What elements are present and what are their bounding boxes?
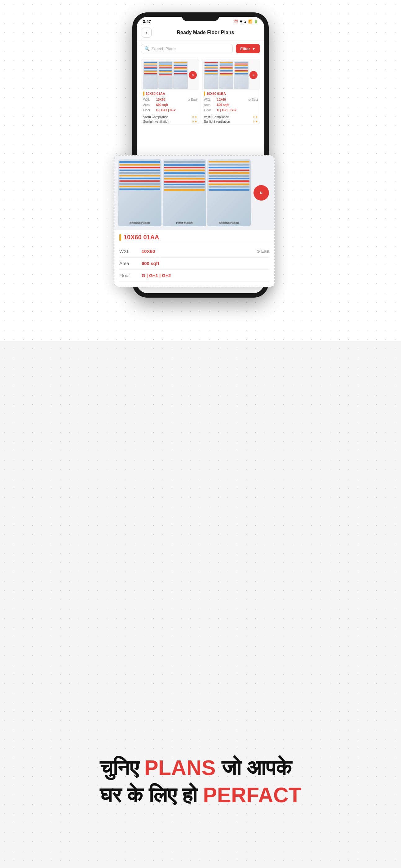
plan-name-2: 10X60 01BA [206,92,226,95]
plan-label-row-2: 10X60 01BA [202,90,260,96]
plan-card-2[interactable]: N 10X60 01BA WXL 10X60 ⊙ East [202,59,260,124]
phone-wrapper: 3:47 ⏰ ✱ ▲ 📶 🔋 ‹ Ready Made Floor Plans … [132,12,269,298]
plan-images-2: N [202,59,260,90]
sunlight-row-1: Sunlight ventilation 0 ★ [141,119,199,124]
plan-label-row-1: 10X60 01AA [141,90,199,96]
plans-highlight: PLANS [144,756,215,779]
sunlight-row-2: Sunlight ventilation 0 ★ [202,119,260,124]
bottom-text: चुनिए PLANS जो आपके घर के लिए हो PERFACT [100,754,302,809]
floor-img-ground [143,61,158,89]
perfact-highlight: PERFACT [203,783,301,807]
plan-logo-1: N [188,61,197,89]
wxl-row: WXL 10X60 ⊙ East [119,246,269,258]
floor-img-first-2 [219,61,234,89]
ground-floor-label: GROUND FLOOR [118,222,161,224]
filter-button[interactable]: Filter ▼ [236,44,260,53]
floor-row: Floor G | G+1 | G+2 [119,270,269,282]
logo-circle-2: N [249,71,257,79]
search-input-wrap[interactable]: 🔍 Search Plans [141,44,233,53]
expanded-card[interactable]: GROUND FLOOR FIRST FLOOR [114,155,275,287]
bottom-line-2: घर के लिए हो PERFACT [100,781,302,808]
expanded-logo: N [252,159,271,226]
logo-circle-1: N [189,71,197,79]
floor-img-second [173,61,188,89]
plan-name-1: 10X60 01AA [146,92,165,95]
expanded-logo-circle: N [253,185,269,200]
filter-label: Filter [240,46,250,51]
vastu-row-2: Vastu Compliance 0 ★ [202,115,260,119]
floor-img-ground-2 [204,61,218,89]
area-row: Area 600 sqft [119,258,269,270]
plan-details-1: WXL 10X60 ⊙ East Area 600 sqft Floor G |… [141,96,199,115]
yellow-bar-1 [143,91,145,96]
vastu-row-1: Vastu Compliance 0 ★ [141,115,199,119]
expanded-plan-name: 10X60 01AA [124,234,159,241]
expanded-first-floor: FIRST FLOOR [163,159,206,226]
expanded-plan-name-row: 10X60 01AA [114,230,274,243]
floor-img-second-2 [234,61,249,89]
bottom-section: चुनिए PLANS जो आपके घर के लिए हो PERFACT [0,682,401,868]
filter-icon: ▼ [252,46,256,51]
first-floor-label: FIRST FLOOR [163,222,206,224]
plan-card-1[interactable]: N 10X60 01AA WXL 10X60 ⊙ East [141,59,199,124]
search-bar: 🔍 Search Plans Filter ▼ [137,41,264,56]
floor-img-first [158,61,173,89]
status-icons: ⏰ ✱ ▲ 📶 🔋 [234,20,258,24]
plans-grid: N 10X60 01AA WXL 10X60 ⊙ East [137,56,264,127]
yellow-bar-large [119,234,121,241]
expanded-details: WXL 10X60 ⊙ East Area 600 sqft Floor G |… [114,243,274,287]
page-title: Ready Made Floor Plans [152,30,259,35]
search-icon: 🔍 [145,46,150,51]
expanded-second-floor: SECOND FLOOR [207,159,251,226]
plan-images-1: N [141,59,199,90]
second-floor-label: SECOND FLOOR [207,222,251,224]
bottom-line-1: चुनिए PLANS जो आपके [100,754,302,781]
plan-details-2: WXL 10X60 ⊙ East Area 600 sqft Floor G |… [202,96,260,115]
app-header: ‹ Ready Made Floor Plans [137,25,264,41]
plan-logo-2: N [249,61,258,89]
status-time: 3:47 [143,19,151,24]
yellow-bar-2 [204,91,205,96]
expanded-ground-floor: GROUND FLOOR [118,159,161,226]
back-button[interactable]: ‹ [142,28,152,37]
search-placeholder: Search Plans [152,46,176,51]
expanded-images: GROUND FLOOR FIRST FLOOR [114,156,274,230]
phone-notch [182,12,219,21]
